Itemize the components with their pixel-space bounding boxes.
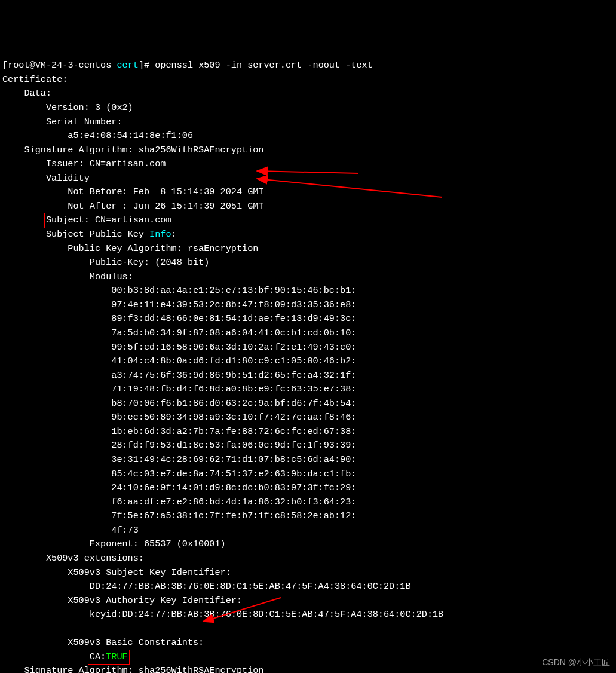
cert-line: Signature Algorithm: sha256WithRSAEncryp… [2, 665, 263, 673]
prompt-close-bracket: ]# [139, 60, 155, 71]
modulus-line: 24:10:6e:9f:14:01:d9:8c:dc:b0:83:97:3f:f… [2, 482, 356, 493]
highlight-box-ca: CA:TRUE [88, 650, 130, 665]
modulus-line: 89:f3:dd:48:66:0e:81:54:1d:ae:fe:13:d9:4… [2, 313, 356, 324]
cert-line: Signature Algorithm: sha256WithRSAEncryp… [2, 145, 263, 155]
cert-line: DD:24:77:BB:AB:3B:76:0E:8D:C1:5E:AB:47:5… [2, 581, 411, 592]
cert-line: Version: 3 (0x2) [2, 102, 133, 113]
prompt-user-host: root@VM-24-3-centos [8, 60, 111, 71]
spki-colon: : [171, 229, 177, 240]
modulus-line: 4f:73 [2, 525, 139, 536]
spki-info: Info [149, 229, 171, 240]
modulus-line: 00:b3:8d:aa:4a:e1:25:e7:13:bf:90:15:46:b… [2, 285, 356, 296]
modulus-line: 3e:31:49:4c:28:69:62:71:d1:07:b8:c5:6d:a… [2, 454, 356, 465]
cert-line: X509v3 extensions: [2, 553, 144, 564]
subject-text: Subject: CN=artisan.com [46, 215, 171, 225]
cert-line: keyid:DD:24:77:BB:AB:3B:76:0E:8D:C1:5E:A… [2, 609, 443, 620]
modulus-line: 9b:ec:50:89:34:98:a9:3c:10:f7:42:7c:aa:f… [2, 412, 356, 423]
modulus-line: 97:4e:11:e4:39:53:2c:8b:47:f8:09:d3:35:3… [2, 299, 356, 310]
modulus-line: a3:74:75:6f:36:9d:86:9b:51:d2:65:fc:a4:3… [2, 370, 356, 381]
cert-line: Not Before: Feb 8 15:14:39 2024 GMT [2, 186, 263, 197]
cert-line: Public Key Algorithm: rsaEncryption [2, 243, 258, 254]
cert-line: Data: [2, 88, 51, 99]
ca-label: CA: [90, 651, 106, 662]
modulus-line: 28:fd:f9:53:d1:8c:53:fa:06:0c:9d:fc:1f:9… [2, 440, 356, 451]
spki-pre [2, 229, 46, 240]
cert-line: Exponent: 65537 (0x10001) [2, 539, 226, 549]
cert-line: Serial Number: [2, 117, 122, 127]
highlight-box-subject: Subject: CN=artisan.com [44, 213, 173, 228]
watermark: CSDN @小小工匠 [542, 656, 610, 669]
cert-line: Issuer: CN=artisan.com [2, 158, 166, 169]
cert-line: X509v3 Subject Key Identifier: [2, 567, 237, 578]
cert-line: Not After : Jun 26 15:14:39 2051 GMT [2, 201, 263, 212]
command-text: openssl x509 -in server.crt -noout -text [155, 60, 373, 71]
ca-pre [2, 651, 90, 662]
modulus-line: 85:4c:03:e7:de:8a:74:51:37:e2:63:9b:da:c… [2, 469, 356, 479]
modulus-line: 7f:5e:67:a5:38:1c:7f:fe:b7:1f:c8:58:2e:a… [2, 510, 356, 521]
cert-line: a5:e4:08:54:14:8e:f1:06 [2, 130, 193, 141]
modulus-line: 7a:5d:b0:34:9f:87:08:a6:04:41:0c:b1:cd:0… [2, 328, 356, 338]
cert-line: Certificate: [2, 74, 68, 85]
modulus-line: 99:5f:cd:16:58:90:6a:3d:10:2a:f2:e1:49:4… [2, 342, 356, 353]
terminal-output: [root@VM-24-3-centos cert]# openssl x509… [2, 59, 614, 673]
subject-pre [2, 215, 46, 225]
ca-value: TRUE [106, 651, 127, 662]
modulus-line: b8:70:06:f6:b1:86:d0:63:2c:9a:bf:d6:7f:4… [2, 398, 356, 409]
cert-line: X509v3 Authority Key Identifier: [2, 595, 247, 606]
modulus-line: 71:19:48:fb:d4:f6:8d:a0:8b:e9:fc:63:35:e… [2, 384, 356, 394]
cert-line: Modulus: [2, 271, 133, 282]
prompt-dir: cert [111, 60, 139, 71]
modulus-line: 1b:eb:6d:3d:a2:7b:7a:fe:88:72:6c:fc:ed:6… [2, 426, 356, 437]
cert-line: Validity [2, 173, 90, 183]
prompt-open-bracket: [ [2, 60, 8, 71]
modulus-line: f6:aa:df:e7:e2:86:bd:4d:1a:86:32:b0:f3:6… [2, 497, 356, 507]
cert-line: X509v3 Basic Constraints: [2, 637, 209, 648]
spki-label: Subject Public Key [46, 229, 149, 240]
cert-line: Public-Key: (2048 bit) [2, 257, 209, 268]
modulus-line: 41:04:c4:8b:0a:d6:fd:d1:80:c9:c1:05:00:4… [2, 356, 356, 366]
